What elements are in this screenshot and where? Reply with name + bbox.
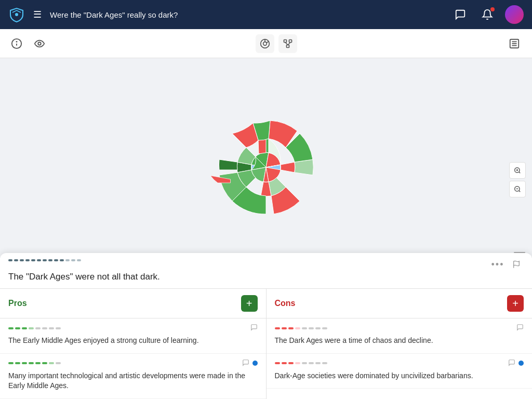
- svg-line-13: [288, 42, 290, 45]
- progress-dot: [60, 259, 64, 261]
- progress-dot: [65, 259, 70, 261]
- header: ☰ Were the "Dark Ages" really so dark?: [0, 0, 532, 29]
- header-title: Were the "Dark Ages" really so dark?: [50, 10, 443, 19]
- svg-rect-9: [284, 39, 287, 42]
- con-2-indicator: [518, 361, 524, 366]
- progress-dot: [8, 259, 12, 261]
- add-con-button[interactable]: +: [507, 295, 524, 312]
- progress-dot: [48, 259, 52, 261]
- con-2-actions: [508, 359, 524, 368]
- svg-line-12: [285, 42, 288, 45]
- zoom-out-button[interactable]: [509, 181, 526, 197]
- cons-header: Cons +: [267, 289, 533, 318]
- pro-1-progress: [8, 327, 61, 329]
- pro-2-progress: [8, 362, 61, 364]
- analytics-icon[interactable]: [256, 34, 274, 53]
- pro-1-text: The Early Middle Ages enjoyed a strong c…: [8, 336, 258, 346]
- zoom-controls: [509, 162, 526, 197]
- claim-card: ••• The "Dark Ages" were not all that da…: [0, 253, 532, 289]
- info-icon[interactable]: [8, 35, 25, 52]
- avatar[interactable]: [505, 5, 524, 24]
- svg-point-4: [38, 42, 41, 45]
- svg-rect-11: [287, 45, 289, 47]
- pro-1-actions: [250, 324, 258, 332]
- pro-2-actions: [242, 359, 258, 368]
- pro-argument-2: Many important technological and artisti…: [0, 354, 266, 399]
- con-2-progress: [275, 362, 327, 364]
- app-logo: [8, 6, 25, 23]
- chart-area: [0, 58, 532, 276]
- pro-2-indicator: [252, 361, 258, 366]
- progress-dot: [14, 259, 18, 261]
- svg-rect-10: [289, 39, 292, 42]
- add-pro-button[interactable]: +: [241, 295, 258, 312]
- pros-column: Pros +: [0, 289, 267, 399]
- pro-2-text: Many important technological and artisti…: [8, 371, 258, 391]
- progress-dot: [37, 259, 41, 261]
- svg-line-25: [519, 191, 521, 192]
- hamburger-icon[interactable]: ☰: [33, 9, 42, 20]
- con-1-actions: [516, 324, 524, 332]
- pro-2-comment-icon[interactable]: [242, 359, 249, 368]
- progress-dot: [71, 259, 75, 261]
- pros-cons-section: Pros +: [0, 289, 532, 399]
- list-view-icon[interactable]: [505, 34, 524, 53]
- notification-button[interactable]: [478, 5, 497, 24]
- zoom-in-button[interactable]: [509, 162, 526, 179]
- svg-line-8: [267, 41, 269, 43]
- notification-badge: [490, 7, 495, 11]
- claim-progress: [8, 259, 81, 261]
- progress-dot: [20, 259, 24, 261]
- flag-button[interactable]: [509, 257, 524, 272]
- toolbar: [0, 29, 532, 58]
- more-options-button[interactable]: •••: [490, 257, 505, 272]
- con-argument-2: Dark-Age societies were dominated by unc…: [267, 354, 533, 389]
- main-content: ••• The "Dark Ages" were not all that da…: [0, 58, 532, 399]
- pros-header: Pros +: [0, 289, 266, 318]
- node-icon[interactable]: [278, 34, 297, 53]
- view-icon[interactable]: [31, 35, 48, 52]
- header-actions: [451, 5, 524, 24]
- pro-1-comment-icon[interactable]: [250, 324, 258, 332]
- cons-column: Cons +: [267, 289, 533, 399]
- pro-argument-1: The Early Middle Ages enjoyed a strong c…: [0, 318, 266, 354]
- con-1-comment-icon[interactable]: [516, 324, 524, 332]
- progress-dot: [43, 259, 47, 261]
- con-2-text: Dark-Age societies were dominated by unc…: [275, 371, 524, 381]
- pros-title: Pros: [8, 299, 27, 308]
- con-2-comment-icon[interactable]: [508, 359, 515, 368]
- progress-dot: [25, 259, 30, 261]
- con-argument-1: The Dark Ages were a time of chaos and d…: [267, 318, 533, 354]
- chat-button[interactable]: [451, 5, 470, 24]
- svg-point-6: [263, 42, 267, 45]
- con-1-text: The Dark Ages were a time of chaos and d…: [275, 336, 524, 346]
- sunburst-chart[interactable]: [183, 95, 349, 240]
- progress-dot: [54, 259, 58, 261]
- cons-title: Cons: [275, 299, 296, 308]
- con-1-progress: [275, 327, 327, 329]
- bottom-panel: ••• The "Dark Ages" were not all that da…: [0, 253, 532, 399]
- progress-dot: [77, 259, 81, 261]
- progress-dot: [31, 259, 35, 261]
- claim-text: The "Dark Ages" were not all that dark.: [8, 272, 524, 282]
- svg-line-21: [519, 172, 521, 174]
- claim-actions: •••: [490, 257, 524, 272]
- svg-point-0: [15, 13, 18, 16]
